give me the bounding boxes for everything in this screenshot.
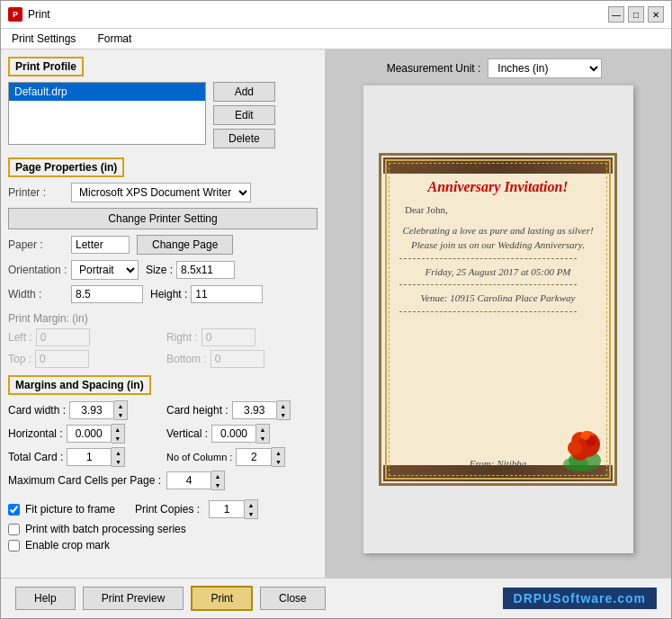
card-width-down[interactable]: ▼ <box>114 410 127 419</box>
batch-checkbox[interactable] <box>8 524 20 535</box>
left-margin-label: Left : <box>8 331 32 344</box>
print-button[interactable]: Print <box>191 586 253 611</box>
print-copies-up[interactable]: ▲ <box>245 500 257 509</box>
max-card-input[interactable] <box>166 471 211 489</box>
orientation-size-row: Orientation : Portrait Size : <box>8 260 318 280</box>
print-margin-section: Print Margin: (in) Left : Right : Top : <box>8 312 318 368</box>
max-card-down[interactable]: ▼ <box>211 480 224 489</box>
print-preview-button[interactable]: Print Preview <box>83 587 184 610</box>
print-copies-label: Print Copies : <box>135 503 200 516</box>
width-input[interactable] <box>71 285 143 303</box>
horizontal-input[interactable] <box>67 425 112 443</box>
main-window: P Print — □ ✕ Print Settings Format Prin… <box>0 0 672 619</box>
fit-picture-label: Fit picture to frame <box>25 503 115 516</box>
crop-row: Enable crop mark <box>8 539 318 552</box>
vertical-input[interactable] <box>211 425 256 443</box>
window-title: Print <box>28 8 603 21</box>
help-button[interactable]: Help <box>15 587 76 610</box>
menu-print-settings[interactable]: Print Settings <box>8 31 79 47</box>
paper-input[interactable] <box>71 236 130 254</box>
vertical-spinner: ▲ ▼ <box>211 424 270 444</box>
profile-list[interactable]: Default.drp <box>8 82 206 148</box>
profile-row: Default.drp Add Edit Delete <box>8 82 318 148</box>
print-copies-input[interactable] <box>209 500 245 518</box>
horizontal-up[interactable]: ▲ <box>112 425 124 434</box>
no-column-down[interactable]: ▼ <box>272 457 284 466</box>
add-button[interactable]: Add <box>213 82 275 102</box>
card-height-input[interactable] <box>232 401 277 419</box>
max-card-up[interactable]: ▲ <box>211 471 224 480</box>
print-copies-spinner: ▲ ▼ <box>209 499 258 519</box>
total-card-label: Total Card : <box>8 451 63 463</box>
card-date: Friday, 25 August 2017 at 05:00 PM <box>399 265 596 280</box>
menu-bar: Print Settings Format <box>1 29 671 49</box>
no-column-up[interactable]: ▲ <box>272 448 284 457</box>
print-copies-spinner-btns: ▲ ▼ <box>245 499 258 519</box>
crop-checkbox[interactable] <box>8 540 20 552</box>
close-window-button[interactable]: ✕ <box>648 6 664 22</box>
maximize-button[interactable]: □ <box>628 6 644 22</box>
footer-bar: Help Print Preview Print Close DRPUSoftw… <box>1 578 671 618</box>
vertical-up[interactable]: ▲ <box>256 425 269 434</box>
height-input[interactable] <box>191 285 263 303</box>
menu-format[interactable]: Format <box>94 31 135 47</box>
card-width-label: Card width : <box>8 404 66 417</box>
printer-row: Printer : Microsoft XPS Document Writer <box>8 183 318 202</box>
card-dashed-line-2 <box>399 284 577 285</box>
total-card-up[interactable]: ▲ <box>112 448 124 457</box>
max-card-row: Maximum Card Cells per Page : ▲ ▼ <box>8 471 318 490</box>
orientation-label: Orientation : <box>8 264 71 276</box>
print-copies-down[interactable]: ▼ <box>245 509 257 518</box>
card-title: Anniversary Invitation! <box>427 179 568 195</box>
vertical-spinner-btns: ▲ ▼ <box>256 424 270 444</box>
app-icon: P <box>8 7 22 22</box>
vertical-down[interactable]: ▼ <box>256 434 269 443</box>
total-card-down[interactable]: ▼ <box>112 457 124 466</box>
drpu-badge: DRPUSoftware.com <box>503 588 657 609</box>
horizontal-label: Horizontal : <box>8 427 63 440</box>
edit-button[interactable]: Edit <box>213 105 275 125</box>
print-profile-section: Print Profile Default.drp Add Edit Delet… <box>8 57 318 148</box>
horizontal-down[interactable]: ▼ <box>112 434 124 443</box>
right-panel: Measurement Unit : Inches (in) Centimete… <box>325 49 671 578</box>
bottom-margin-label: Bottom : <box>166 353 207 365</box>
total-card-input[interactable] <box>67 448 112 466</box>
delete-button[interactable]: Delete <box>213 129 275 148</box>
card-height-spinner-btns: ▲ ▼ <box>277 400 291 420</box>
size-input[interactable] <box>176 261 235 279</box>
no-column-input[interactable] <box>236 448 272 466</box>
printer-select[interactable]: Microsoft XPS Document Writer <box>71 183 251 202</box>
card-footer: From: Nitibha <box>470 458 526 469</box>
card-dashed-line-3 <box>399 311 577 312</box>
bottom-margin-input <box>211 350 264 368</box>
profile-list-item[interactable]: Default.drp <box>9 83 205 101</box>
main-content: Print Profile Default.drp Add Edit Delet… <box>1 49 671 578</box>
printer-label: Printer : <box>8 186 71 199</box>
change-printer-button[interactable]: Change Printer Setting <box>8 208 318 229</box>
no-column-label: No of Column : <box>166 452 232 462</box>
total-card-item: Total Card : ▲ ▼ <box>8 447 159 467</box>
card-height-down[interactable]: ▼ <box>277 410 290 419</box>
card-width-input[interactable] <box>69 401 114 419</box>
top-margin-input <box>35 350 89 368</box>
vine-top-decoration <box>383 157 613 174</box>
fit-picture-checkbox[interactable] <box>8 504 20 516</box>
vertical-label: Vertical : <box>166 427 208 440</box>
card-dashed-line-1 <box>399 258 577 259</box>
close-button[interactable]: Close <box>260 587 326 610</box>
card-height-up[interactable]: ▲ <box>277 401 290 410</box>
measurement-select[interactable]: Inches (in) Centimeters (cm) Pixels (px) <box>488 58 602 78</box>
right-margin-label: Right : <box>166 331 198 344</box>
measurement-row: Measurement Unit : Inches (in) Centimete… <box>387 58 610 78</box>
horizontal-spinner-btns: ▲ ▼ <box>112 424 125 444</box>
card-width-up[interactable]: ▲ <box>114 401 127 410</box>
orientation-select[interactable]: Portrait <box>71 260 139 280</box>
card-preview: Anniversary Invitation! Dear John, Celeb… <box>379 153 617 486</box>
width-height-row: Width : Height : <box>8 285 318 303</box>
minimize-button[interactable]: — <box>608 6 624 22</box>
profile-listbox[interactable]: Default.drp <box>8 82 206 145</box>
max-card-label: Maximum Card Cells per Page : <box>8 474 161 487</box>
right-margin-item: Right : <box>166 328 318 346</box>
change-page-button[interactable]: Change Page <box>137 235 233 255</box>
print-profile-header: Print Profile <box>8 57 84 76</box>
